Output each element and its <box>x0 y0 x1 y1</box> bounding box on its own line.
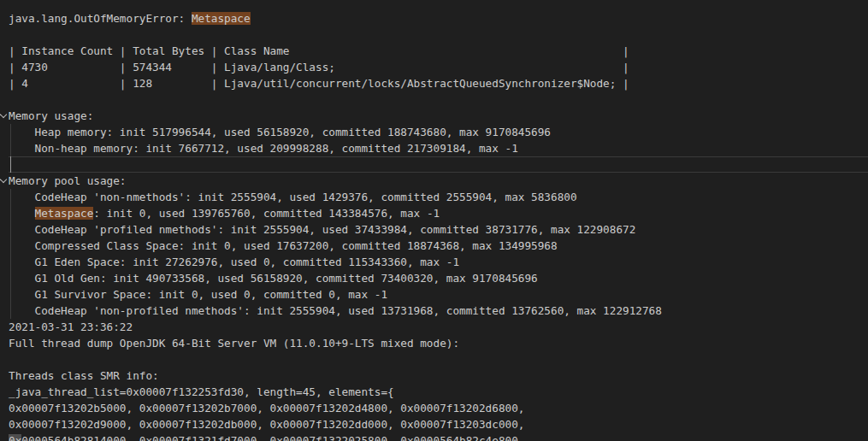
terminal-text: CodeHeap 'non-nmethods': init 2555904, u… <box>9 191 577 203</box>
terminal-line: CodeHeap 'non-profiled nmethods': init 2… <box>9 303 868 319</box>
terminal-line: Heap memory: init 517996544, used 561589… <box>9 124 868 140</box>
terminal-line: Compressed Class Space: init 0, used 176… <box>9 238 868 254</box>
terminal-text: | 4 | 128 | Ljava/util/concurrent/locks/… <box>9 77 629 90</box>
terminal-line: Threads class SMR info: <box>9 368 868 384</box>
terminal-text: Non-heap memory: init 7667712, used 2099… <box>9 142 518 155</box>
terminal-text: java.lang.OutOfMemoryError: <box>9 12 192 25</box>
terminal-line: 0x00007f13202d9000, 0x00007f13202db000, … <box>9 416 868 432</box>
terminal-text: Memory pool usage: <box>9 174 127 187</box>
terminal-line: G1 Eden Space: init 27262976, used 0, co… <box>9 254 868 270</box>
terminal-text: G1 Survivor Space: init 0, used 0, commi… <box>9 288 387 301</box>
indent-guide <box>10 286 11 303</box>
terminal-output[interactable]: java.lang.OutOfMemoryError: Metaspace| I… <box>0 0 868 441</box>
indent-guide <box>10 205 11 221</box>
terminal-text: 0x00007f13202d9000, 0x00007f13202db000, … <box>9 418 524 431</box>
indent-guide <box>10 124 11 140</box>
indent-guide <box>10 254 11 270</box>
terminal-text: Compressed Class Space: init 0, used 176… <box>9 239 558 252</box>
terminal-line: CodeHeap 'non-nmethods': init 2555904, u… <box>9 189 868 205</box>
indent-guide <box>10 270 11 286</box>
terminal-text: CodeHeap 'non-profiled nmethods': init 2… <box>9 304 662 317</box>
indent-guide <box>10 189 11 205</box>
fold-chevron-icon[interactable] <box>1 111 9 120</box>
terminal-line: Non-heap memory: init 7667712, used 2099… <box>9 140 868 156</box>
terminal-text <box>9 207 35 220</box>
terminal-line <box>9 351 868 368</box>
terminal-line <box>9 26 868 43</box>
fold-chevron-icon[interactable] <box>1 176 9 185</box>
terminal-line: 0x00007f13202b5000, 0x00007f13202b7000, … <box>9 400 868 416</box>
terminal-text: 0x00007f13202b5000, 0x00007f13202b7000, … <box>9 402 524 415</box>
terminal-line: _java_thread_list=0x00007f132253fd30, le… <box>9 384 868 400</box>
search-match-highlight: Metaspace <box>35 207 94 220</box>
indent-guide <box>10 156 11 173</box>
terminal-text: Heap memory: init 517996544, used 561589… <box>9 126 551 138</box>
terminal-text: CodeHeap 'profiled nmethods': init 25559… <box>9 223 635 236</box>
terminal-text: _java_thread_list=0x00007f132253fd30, le… <box>9 385 394 398</box>
terminal-line: 0x0000564b82814000, 0x00007f1321fd7000, … <box>9 432 868 441</box>
terminal-text: G1 Eden Space: init 27262976, used 0, co… <box>9 256 459 268</box>
cursor-highlight: 0x <box>9 434 21 441</box>
terminal-line: | 4730 | 574344 | Ljava/lang/Class; | <box>9 59 868 75</box>
terminal-line: G1 Old Gen: init 490733568, used 5615892… <box>9 270 868 286</box>
indent-guide <box>10 221 11 238</box>
terminal-text: : init 0, used 139765760, committed 1433… <box>93 207 440 220</box>
terminal-line: Metaspace: init 0, used 139765760, commi… <box>9 205 868 221</box>
indent-guide <box>10 238 11 254</box>
terminal-line: Full thread dump OpenJDK 64-Bit Server V… <box>9 335 868 351</box>
terminal-line: Memory usage: <box>9 108 868 124</box>
terminal-text: 2021-03-31 23:36:22 <box>9 320 133 333</box>
terminal-text: 0000564b82814000, 0x00007f1321fd7000, 0x… <box>21 434 524 441</box>
terminal-text: | 4730 | 574344 | Ljava/lang/Class; | <box>9 61 629 74</box>
terminal-text: G1 Old Gen: init 490733568, used 5615892… <box>9 272 538 285</box>
terminal-text: Full thread dump OpenJDK 64-Bit Server V… <box>9 337 459 350</box>
terminal-line: CodeHeap 'profiled nmethods': init 25559… <box>9 221 868 238</box>
terminal-text: | Instance Count | Total Bytes | Class N… <box>9 44 629 57</box>
terminal-current-line <box>9 156 868 173</box>
indent-guide <box>10 140 11 156</box>
terminal-line: Memory pool usage: <box>9 173 868 189</box>
indent-guide <box>10 303 11 319</box>
search-match-highlight: Metaspace <box>192 12 251 25</box>
terminal-text: Threads class SMR info: <box>9 369 159 382</box>
terminal-line: | Instance Count | Total Bytes | Class N… <box>9 43 868 59</box>
terminal-line: | 4 | 128 | Ljava/util/concurrent/locks/… <box>9 75 868 91</box>
terminal-text: Memory usage: <box>9 109 93 122</box>
terminal-line: java.lang.OutOfMemoryError: Metaspace <box>9 10 868 26</box>
terminal-line <box>9 91 868 108</box>
terminal-line: G1 Survivor Space: init 0, used 0, commi… <box>9 286 868 303</box>
terminal-line: 2021-03-31 23:36:22 <box>9 319 868 335</box>
